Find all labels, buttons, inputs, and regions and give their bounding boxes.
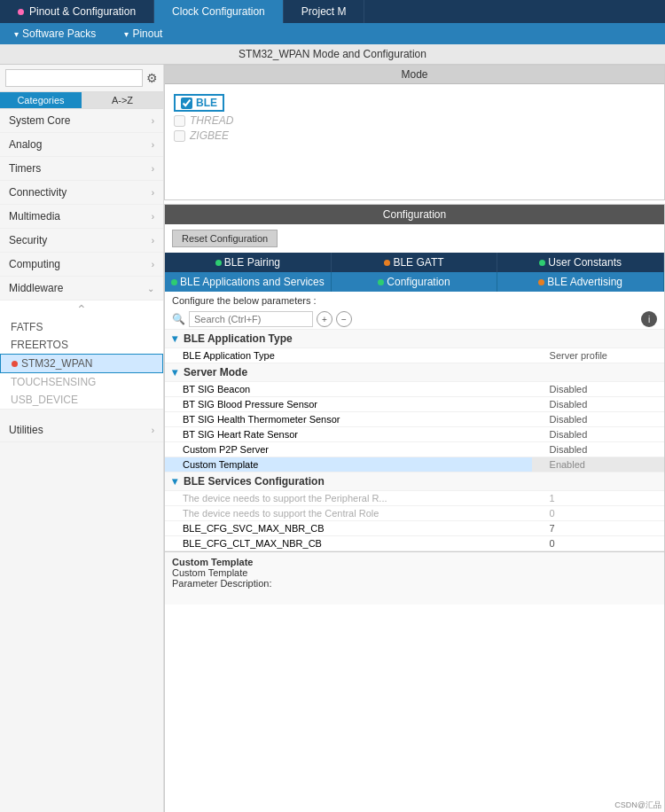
search-params-row: 🔍 + − i	[165, 309, 664, 330]
pinout-arrow: ▾	[124, 29, 129, 39]
subnav-software-packs[interactable]: ▾ Software Packs	[0, 27, 110, 40]
add-param-button[interactable]: +	[317, 311, 332, 327]
sidebar-tab-bar: Categories A->Z	[0, 92, 163, 109]
sidebar-search-input[interactable]	[5, 69, 143, 87]
param-ble-app-type-value[interactable]: Server profile	[532, 348, 664, 363]
ble-checked-box: BLE	[174, 94, 224, 112]
nav-pinout[interactable]: Pinout & Configuration	[0, 0, 154, 23]
sidebar-item-timers[interactable]: Timers ›	[0, 157, 163, 181]
config-tab-ble-gatt[interactable]: BLE GATT	[332, 253, 498, 272]
sidebar-item-computing[interactable]: Computing ›	[0, 253, 163, 277]
sidebar-item-security-label: Security	[9, 234, 47, 246]
chevron-icon: ›	[152, 260, 154, 269]
param-clt-max: BLE_CFG_CLT_MAX_NBR_CB 0	[165, 536, 664, 551]
param-ble-app-type-name: BLE Application Type	[165, 348, 532, 363]
nav-project[interactable]: Project M	[284, 0, 365, 23]
param-bt-sig-beacon-name: BT SIG Beacon	[165, 382, 532, 397]
middleware-item-usb-device: USB_DEVICE	[0, 391, 163, 409]
nav-project-label: Project M	[301, 5, 347, 18]
sidebar-item-analog[interactable]: Analog ›	[0, 133, 163, 157]
param-central-value: 0	[532, 506, 664, 521]
param-bt-sig-beacon-value[interactable]: Disabled	[532, 382, 664, 397]
middleware-item-fatfs[interactable]: FATFS	[0, 318, 163, 336]
config-tab-ble-advertising[interactable]: BLE Advertising	[497, 272, 664, 292]
remove-param-button[interactable]: −	[336, 311, 352, 327]
config-tab-user-constants[interactable]: User Constants	[497, 253, 664, 272]
chevron-icon: ›	[152, 116, 154, 126]
zigbee-checkbox[interactable]	[174, 130, 185, 142]
configuration-dot	[378, 279, 384, 285]
spacer	[0, 410, 163, 418]
reset-config-button[interactable]: Reset Configuration	[172, 230, 278, 247]
middleware-item-freertos[interactable]: FREERTOS	[0, 336, 163, 354]
param-custom-p2p-name: Custom P2P Server	[165, 442, 532, 457]
pinout-dot	[18, 9, 24, 15]
tab-categories[interactable]: Categories	[0, 92, 82, 108]
param-table: ▾ BLE Application Type BLE Application T…	[165, 330, 664, 551]
param-central-name: The device needs to support the Central …	[165, 506, 532, 521]
param-svc-max-name: BLE_CFG_SVC_MAX_NBR_CB	[165, 521, 532, 536]
param-bt-sig-health-value[interactable]: Disabled	[532, 412, 664, 427]
param-clt-max-value[interactable]: 0	[532, 536, 664, 551]
sidebar-item-middleware-label: Middleware	[9, 282, 63, 294]
param-custom-template-name: Custom Template	[165, 457, 532, 472]
mode-body: BLE THREAD ZIGBEE	[165, 84, 664, 199]
param-bt-sig-beacon: BT SIG Beacon Disabled	[165, 382, 664, 397]
param-svc-max-value[interactable]: 7	[532, 521, 664, 536]
ble-apps-label: BLE Applications and Services	[180, 276, 325, 288]
middleware-sub-header: ⌃	[0, 301, 163, 318]
param-custom-template-value[interactable]: Enabled	[532, 457, 664, 472]
ble-checkbox[interactable]	[181, 98, 192, 109]
ble-checkbox-row: BLE	[174, 94, 655, 112]
param-custom-template: Custom Template Enabled	[165, 457, 664, 472]
sidebar-item-computing-label: Computing	[9, 258, 60, 270]
thread-checkbox[interactable]	[174, 115, 185, 127]
param-bt-sig-blood-name: BT SIG Blood Pressure Sensor	[165, 397, 532, 412]
gear-icon[interactable]: ⚙	[146, 71, 158, 85]
middleware-item-stm32-wpan[interactable]: STM32_WPAN	[0, 354, 163, 373]
param-peripheral-value: 1	[532, 491, 664, 506]
title-bar: STM32_WPAN Mode and Configuration	[0, 44, 665, 65]
param-peripheral-name: The device needs to support the Peripher…	[165, 491, 532, 506]
nav-clock[interactable]: Clock Configuration	[154, 0, 284, 23]
config-tab-ble-apps[interactable]: BLE Applications and Services	[165, 272, 332, 292]
top-nav: Pinout & Configuration Clock Configurati…	[0, 0, 665, 23]
config-header: Configuration	[165, 205, 664, 224]
sidebar-item-system-core[interactable]: System Core ›	[0, 109, 163, 133]
tab-atoz[interactable]: A->Z	[82, 92, 163, 108]
param-bt-sig-heart-value[interactable]: Disabled	[532, 427, 664, 442]
stm32-wpan-label: STM32_WPAN	[21, 357, 92, 370]
desc-title: Custom Template	[172, 557, 657, 567]
sidebar-item-security[interactable]: Security ›	[0, 229, 163, 253]
zigbee-label: ZIGBEE	[190, 129, 229, 142]
param-bt-sig-blood-value[interactable]: Disabled	[532, 397, 664, 412]
chevron-icon: ›	[152, 164, 154, 174]
group-server-mode: ▾ Server Mode	[165, 363, 664, 382]
middleware-item-touchsensing: TOUCHSENSING	[0, 373, 163, 391]
user-constants-dot	[539, 260, 545, 266]
sidebar-item-utilities[interactable]: Utilities ›	[0, 418, 163, 442]
group-ble-services: ▾ BLE Services Configuration	[165, 472, 664, 491]
sidebar-item-middleware[interactable]: Middleware ⌄	[0, 277, 163, 301]
config-tab-configuration[interactable]: Configuration	[332, 272, 498, 292]
chevron-down-icon: ⌄	[147, 284, 154, 293]
zigbee-checkbox-row: ZIGBEE	[174, 129, 655, 142]
thread-checkbox-row: THREAD	[174, 114, 655, 127]
chevron-icon: ›	[152, 212, 154, 222]
group-ble-app-type-label: ▾ BLE Application Type	[165, 330, 664, 348]
ble-label[interactable]: BLE	[196, 97, 217, 109]
sidebar-item-connectivity[interactable]: Connectivity ›	[0, 181, 163, 205]
mode-header: Mode	[165, 66, 664, 84]
config-tabs-row2: BLE Applications and Services Configurat…	[165, 272, 664, 292]
title-text: STM32_WPAN Mode and Configuration	[239, 48, 426, 60]
config-tab-ble-pairing[interactable]: BLE Pairing	[165, 253, 332, 272]
sidebar-item-multimedia[interactable]: Multimedia ›	[0, 205, 163, 229]
subnav-pinout[interactable]: ▾ Pinout	[110, 27, 176, 40]
configuration-label: Configuration	[387, 276, 450, 288]
info-button[interactable]: i	[641, 311, 657, 327]
param-custom-p2p: Custom P2P Server Disabled	[165, 442, 664, 457]
param-custom-p2p-value[interactable]: Disabled	[532, 442, 664, 457]
freertos-label: FREERTOS	[11, 339, 68, 351]
search-params-input[interactable]	[189, 311, 313, 327]
ble-pairing-dot	[215, 260, 222, 266]
